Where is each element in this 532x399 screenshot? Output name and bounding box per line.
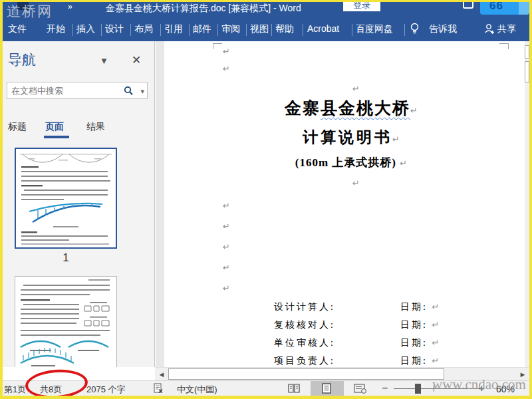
tab-separator [303, 24, 303, 36]
nav-tab-headings[interactable]: 标题 [8, 121, 27, 133]
tab-separator [217, 24, 218, 36]
horizontal-scrollbar-thumb[interactable] [168, 368, 444, 380]
doc-title-line: 金寨县金桃大桥↵ [164, 97, 529, 119]
tab-separator [271, 24, 272, 36]
page1-thumbnail-image [16, 149, 116, 247]
zoom-percentage[interactable]: 60% [496, 384, 515, 394]
main-area: 导航 ▼ ✕ ▾ 标题 页面 结果 [3, 41, 529, 367]
tab-separator [72, 24, 73, 36]
text-boundary-mark [213, 43, 222, 49]
tab-review[interactable]: 审阅 [221, 23, 240, 35]
quick-access-overflow-icon[interactable]: » [68, 2, 72, 11]
search-chevron-down-icon[interactable]: ▾ [140, 87, 144, 96]
maximize-button[interactable] [463, 2, 473, 9]
tab-home[interactable]: 开始 [47, 23, 65, 35]
tab-acrobat[interactable]: Acrobat [307, 23, 339, 34]
zoom-slider-thumb[interactable] [415, 384, 421, 394]
tab-separator [246, 24, 247, 36]
nav-options-chevron-down-icon[interactable]: ▼ [100, 56, 108, 66]
tab-file[interactable]: 文件 [8, 23, 27, 35]
paragraph-mark: ↵ [223, 47, 230, 57]
paragraph-mark: ↵ [223, 64, 230, 74]
scroll-right-icon[interactable]: ► [517, 369, 528, 380]
yellow-frame: » 金寨县金桃大桥计算报告.doc [兼容模式] - Word 登录 66 道桥… [0, 0, 532, 399]
nav-tabs: 标题 页面 结果 [3, 120, 155, 140]
tab-references[interactable]: 引用 [164, 23, 183, 35]
watermark-daoqiao: 道桥网 [7, 2, 53, 21]
text-boundary-mark [499, 43, 509, 49]
zoom-out-button[interactable]: − [382, 382, 388, 394]
page2-thumbnail-image [15, 277, 116, 367]
signature-row: 设计计算人: 日期: ↵ [164, 301, 525, 315]
active-tab-underline [44, 136, 69, 138]
vertical-scrollbar[interactable] [525, 41, 529, 367]
status-total-pages[interactable]: 共8页 [40, 384, 62, 396]
zoom-slider-midpoint [434, 386, 434, 392]
title-bar: » 金寨县金桃大桥计算报告.doc [兼容模式] - Word 登录 66 [3, 2, 529, 19]
spellcheck-wavy-underline: 县金桃大桥 [321, 99, 410, 117]
paragraph-mark: ↵ [223, 221, 230, 231]
blue-badge: 66 [480, 2, 529, 15]
paragraph-mark: ↵ [223, 242, 230, 252]
tab-layout[interactable]: 布局 [134, 23, 153, 35]
navigation-pane-title: 导航 [8, 51, 36, 69]
document-margin-strip [156, 41, 164, 367]
nav-tab-results[interactable]: 结果 [86, 121, 105, 133]
share-button[interactable]: 共享 [497, 23, 516, 35]
tell-me-box[interactable]: 告诉我 [429, 23, 457, 35]
scrollbar-up-button[interactable] [525, 45, 529, 59]
ribbon-tab-bar: 文件 开始 插入 设计 布局 引用 邮件 审阅 视图 帮助 Acrobat 百度… [3, 19, 529, 41]
web-layout-icon[interactable] [354, 383, 367, 396]
nav-search-box: ▾ [7, 82, 148, 99]
page2-thumbnail[interactable] [15, 276, 117, 367]
tab-baidu-netdisk[interactable]: 百度网盘 [356, 23, 393, 35]
tab-separator [101, 24, 102, 36]
print-layout-icon[interactable] [321, 383, 332, 396]
tab-design[interactable]: 设计 [105, 23, 124, 35]
tab-separator [189, 24, 190, 36]
status-page-number[interactable]: 第1页 [4, 384, 26, 396]
scroll-left-icon[interactable]: ◄ [156, 369, 167, 380]
tab-insert[interactable]: 插入 [76, 23, 95, 35]
tab-separator [130, 24, 131, 36]
status-bar: 第1页 共8页 2075 个字 中文(中国) − + 60% [3, 380, 529, 396]
zoom-in-button[interactable]: + [479, 382, 485, 394]
paragraph-mark: ↵ [223, 201, 230, 211]
word-window: » 金寨县金桃大桥计算报告.doc [兼容模式] - Word 登录 66 道桥… [3, 2, 529, 396]
proofing-errors-icon[interactable] [153, 383, 164, 396]
nav-tab-pages[interactable]: 页面 [45, 121, 64, 133]
status-language[interactable]: 中文(中国) [177, 384, 217, 396]
read-mode-icon[interactable] [287, 383, 301, 396]
tab-separator [404, 24, 405, 36]
navigation-pane: 导航 ▼ ✕ ▾ 标题 页面 结果 [3, 41, 155, 367]
search-input[interactable] [11, 84, 118, 96]
zoom-slider-track[interactable] [394, 388, 483, 389]
doc-subtitle-line: 计算说明书↵ [164, 127, 529, 148]
vertical-scrollbar-thumb[interactable] [525, 61, 529, 82]
lightbulb-icon [410, 22, 420, 37]
signature-row: 项目负责人: 日期: ↵ [164, 355, 525, 368]
share-person-icon [483, 23, 495, 37]
login-button[interactable]: 登录 [343, 2, 380, 11]
window-title: 金寨县金桃大桥计算报告.doc [兼容模式] - Word [106, 3, 301, 15]
tab-mailings[interactable]: 邮件 [193, 23, 211, 35]
paragraph-mark: ↵ [352, 178, 360, 188]
document-page[interactable]: ↵ ↵ ↵ 金寨县金桃大桥↵ 计算说明书↵ (160m 上承式拱桥) ↵ ↵ ↵… [164, 41, 525, 367]
signature-row: 复核核对人: 日期: ↵ [164, 319, 525, 332]
signature-row: 单位审核人: 日期: ↵ [164, 337, 525, 350]
nav-close-icon[interactable]: ✕ [132, 53, 141, 67]
tab-separator [352, 24, 352, 36]
paragraph-mark: ↵ [223, 263, 230, 273]
tab-help[interactable]: 帮助 [275, 23, 294, 35]
search-icon[interactable] [123, 84, 134, 99]
paragraph-mark: ↵ [352, 84, 360, 94]
page1-thumbnail[interactable] [15, 148, 117, 249]
horizontal-scrollbar[interactable]: ◄ ► [155, 367, 529, 380]
tab-view[interactable]: 视图 [250, 23, 269, 35]
paragraph-mark: ↵ [223, 283, 230, 293]
tab-separator [160, 24, 161, 36]
status-word-count[interactable]: 2075 个字 [86, 384, 126, 396]
page1-thumbnail-label: 1 [15, 251, 117, 265]
doc-span-type-line: (160m 上承式拱桥) ↵ [164, 155, 529, 170]
